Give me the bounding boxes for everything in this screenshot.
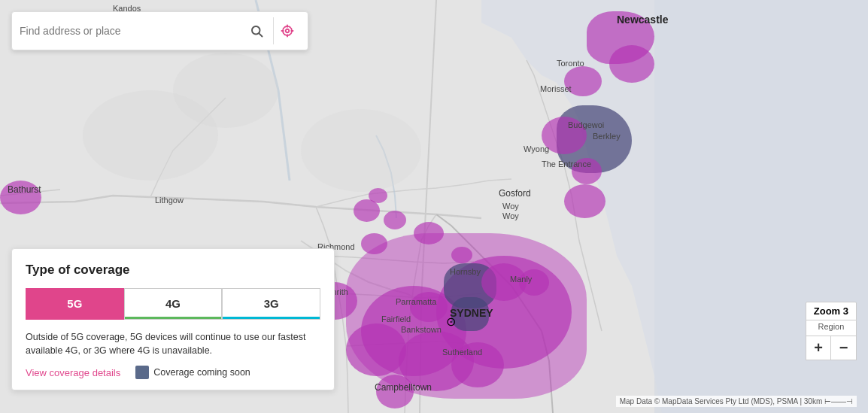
- search-icon-btn[interactable]: [243, 17, 270, 44]
- map-label-hornsby: Hornsby: [450, 267, 481, 276]
- map-label-entrance: The Entrance: [542, 159, 591, 169]
- search-bar: [11, 11, 308, 50]
- svg-point-7: [285, 29, 289, 33]
- zoom-controls: Zoom 3 Region + −: [806, 302, 857, 360]
- map-label-wyong: Wyong: [524, 144, 549, 153]
- map-label-woy2: Woy: [502, 211, 519, 220]
- map-label-campbelltown: Campbelltown: [375, 382, 432, 393]
- coverage-description: Outside of 5G coverage, 5G devices will …: [26, 330, 320, 359]
- map-label-bankstown: Bankstown: [401, 325, 442, 334]
- location-icon-btn[interactable]: [273, 17, 300, 44]
- tab-3g[interactable]: 3G: [222, 288, 320, 320]
- legend-title: Type of coverage: [26, 263, 320, 278]
- map-label-toronto: Toronto: [557, 59, 584, 68]
- svg-line-6: [259, 33, 262, 36]
- svg-point-3: [173, 53, 278, 128]
- sydney-marker: ⊙: [446, 314, 456, 329]
- svg-point-4: [301, 109, 421, 192]
- search-input[interactable]: [20, 25, 243, 37]
- map-container: Kandos Newcastle Toronto Morisset Budgew…: [0, 0, 868, 413]
- map-label-bathurst: Bathurst: [8, 184, 41, 195]
- svg-point-2: [83, 90, 218, 181]
- map-label-budgewoi: Budgewoi: [568, 120, 604, 129]
- legend-footer: View coverage details Coverage coming so…: [26, 366, 320, 379]
- zoom-region: Region: [806, 320, 857, 336]
- legend-panel: Type of coverage 5G 4G 3G Outside of 5G …: [11, 248, 335, 391]
- map-label-parramatta: Parramatta: [396, 297, 436, 306]
- coverage-soon-badge: Coverage coming soon: [135, 366, 250, 379]
- coverage-soon-icon: [135, 366, 149, 379]
- coverage-tabs: 5G 4G 3G: [26, 288, 320, 320]
- coverage-soon-label: Coverage coming soon: [153, 367, 250, 378]
- map-label-manly: Manly: [510, 275, 532, 284]
- map-label-woy1: Woy: [502, 202, 519, 211]
- zoom-level: Zoom 3: [806, 302, 857, 320]
- tab-4g[interactable]: 4G: [124, 288, 223, 320]
- map-label-fairfield: Fairfield: [381, 314, 411, 323]
- map-label-berkley: Berkley: [593, 132, 621, 141]
- svg-point-8: [283, 26, 292, 35]
- map-label-gosford: Gosford: [499, 188, 531, 199]
- map-label-sutherland: Sutherland: [442, 348, 482, 357]
- map-label-sydney: SYDNEY: [450, 307, 493, 319]
- view-coverage-link[interactable]: View coverage details: [26, 367, 120, 378]
- map-label-morisset: Morisset: [540, 84, 572, 93]
- zoom-buttons: + −: [806, 336, 857, 360]
- map-label-lithgow: Lithgow: [155, 196, 184, 205]
- tab-5g[interactable]: 5G: [26, 288, 124, 320]
- zoom-in-button[interactable]: +: [806, 336, 831, 360]
- zoom-out-button[interactable]: −: [830, 336, 857, 360]
- map-label-newcastle: Newcastle: [617, 14, 668, 26]
- map-attribution: Map Data © MapData Services Pty Ltd (MDS…: [616, 396, 857, 407]
